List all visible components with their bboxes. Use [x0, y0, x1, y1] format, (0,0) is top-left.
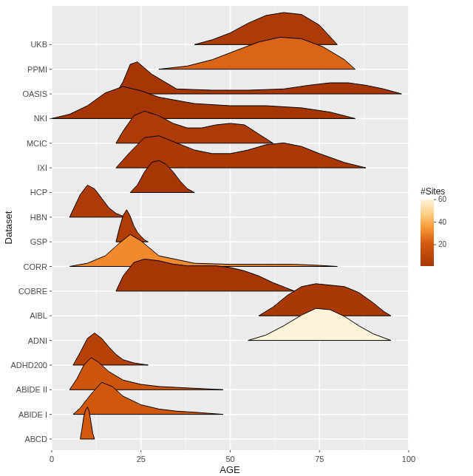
y-tick-label: OASIS — [22, 89, 47, 98]
y-tick-label: IXI — [38, 163, 47, 172]
legend-tick-label: 60 — [438, 195, 447, 203]
x-tick-label: 25 — [137, 455, 146, 463]
y-tick-label: UKB — [30, 40, 47, 49]
y-tick-label: ABCD — [24, 435, 47, 443]
y-axis: UKBPPMIOASISNKIMCICIXIHCPHBNGSPCORRCOBRE… — [10, 40, 52, 443]
color-legend: #Sites 204060 — [421, 186, 447, 266]
x-tick-label: 100 — [402, 455, 415, 463]
x-tick-label: 75 — [315, 455, 324, 463]
y-tick-label: ADHD200 — [10, 361, 47, 370]
x-axis: 0255075100 — [50, 450, 415, 463]
y-tick-label: COBRE — [18, 287, 47, 296]
y-tick-label: ABIDE I — [18, 410, 47, 419]
y-tick-label: PPMI — [27, 65, 47, 74]
y-tick-label: ABIDE II — [16, 385, 47, 394]
y-axis-title: Dataset — [3, 211, 14, 244]
y-tick-label: GSP — [30, 237, 47, 246]
x-tick-label: 50 — [225, 455, 234, 463]
y-tick-label: HBN — [30, 213, 47, 222]
legend-tick-label: 20 — [438, 240, 447, 248]
y-tick-label: NKI — [34, 114, 47, 123]
legend-tick-label: 40 — [438, 218, 447, 226]
y-tick-label: AIBL — [30, 311, 47, 320]
ridgeline-chart: UKBPPMIOASISNKIMCICIXIHCPHBNGSPCORRCOBRE… — [0, 0, 473, 476]
x-tick-label: 0 — [50, 455, 54, 463]
y-tick-label: HCP — [30, 188, 47, 197]
y-tick-label: CORR — [24, 262, 47, 271]
y-tick-label: ADNI — [28, 336, 47, 345]
legend-bar — [421, 200, 434, 266]
y-tick-label: MCIC — [27, 139, 47, 148]
x-axis-title: AGE — [220, 464, 240, 475]
